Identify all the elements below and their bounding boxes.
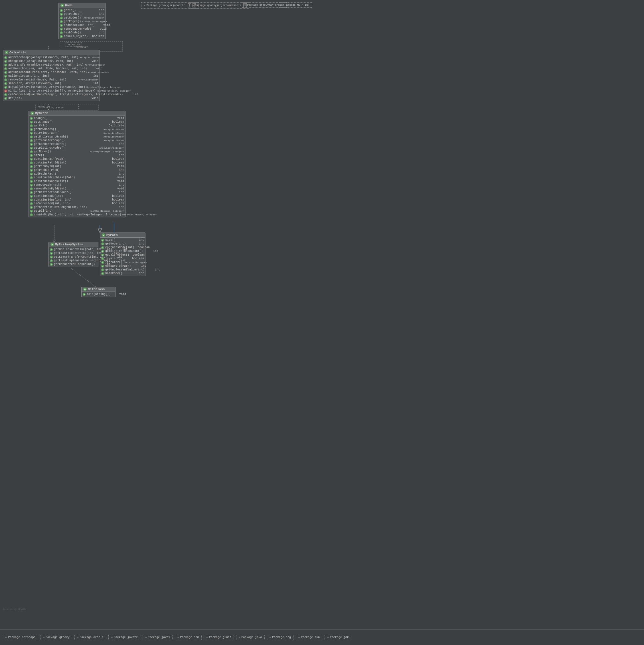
table-row: w getLeastTicketPrice(int, int) int xyxy=(49,251,98,255)
package-org[interactable]: ⊞ Package org xyxy=(267,635,293,640)
vis-icon: w xyxy=(30,143,33,146)
mygraph-class-body: w change() void w getChange() boolean w … xyxy=(29,116,125,217)
package-com[interactable]: ⊞ Package com xyxy=(175,635,201,640)
package-jdk[interactable]: ⊞ Package jdk xyxy=(325,635,351,640)
table-row: w getPathId(Path) int xyxy=(29,168,125,172)
vis-icon: w xyxy=(30,121,33,124)
mainclass-class-body: w main(String[]) void xyxy=(81,292,115,297)
vis-icon: w xyxy=(50,259,53,262)
table-row: w containsEdge(int, int) boolean xyxy=(29,198,125,202)
package-javafx[interactable]: ⊞ Package javafx xyxy=(109,635,140,640)
table-row: w getPathById(int) Path xyxy=(29,165,125,168)
vis-icon: w xyxy=(4,89,7,92)
node-class-body: w getId() int w getPathId() int w getNod… xyxy=(59,8,105,39)
vis-icon: w xyxy=(50,252,53,255)
table-row: w changeThis(ArrayList<Node>, Path, int)… xyxy=(3,59,99,63)
table-row: w remove(ArrayList<Node>, Path, int) Arr… xyxy=(3,78,99,81)
package-org-icon: ⊞ xyxy=(269,636,271,639)
package-junit[interactable]: ⊞ Package junit xyxy=(204,635,234,640)
table-row: w getConnectedBlockCount() int xyxy=(49,262,98,266)
calculate-class-icon: W xyxy=(5,51,8,54)
package-javafx-label: Package javafx xyxy=(114,636,138,639)
package-icon: ⊞ xyxy=(282,3,283,7)
package-label: Package groovyjarjarasim xyxy=(247,4,284,7)
vis-icon: w xyxy=(60,28,63,30)
table-row: w equals(Object) boolean xyxy=(59,34,105,38)
package-label: Package groovyjarjarcommonscli xyxy=(195,4,241,7)
table-row: w getNode(int) int xyxy=(100,242,145,246)
table-row: w dijCal(ArrayList<Node>, ArrayList<Node… xyxy=(3,85,99,89)
table-row: w removeNode(Node) void xyxy=(59,27,105,31)
vis-icon: w xyxy=(4,60,7,63)
vis-icon: w xyxy=(30,125,33,127)
package-com-label: Package com xyxy=(180,636,199,639)
table-row: w addPriceGraph(ArrayList<Node>, Path, i… xyxy=(3,56,99,59)
package-java-icon: ⊞ xyxy=(239,636,240,639)
package-oracle[interactable]: ⊞ Package oracle xyxy=(74,635,106,640)
mainclass-class-icon: W xyxy=(83,287,87,291)
mygraph-class-header: W MyGraph xyxy=(29,111,125,116)
package-junit-icon: ⊞ xyxy=(207,636,208,639)
package-com-icon: ⊞ xyxy=(177,636,179,639)
mypath-class-header: W MyPath xyxy=(100,233,145,238)
package-java[interactable]: ⊞ Package java xyxy=(236,635,264,640)
vis-icon: w xyxy=(30,117,33,120)
package-label: Package groovyjarjarantlr xyxy=(146,4,185,7)
vis-icon: w xyxy=(4,82,7,85)
package-meta-inf: ⊞ Package META-INF xyxy=(279,2,312,8)
table-row: w getDistinctNodes() ArrayList<Integer> xyxy=(29,146,125,150)
mygraph-class-title: MyGraph xyxy=(35,112,48,115)
vis-icon: w xyxy=(83,293,85,296)
vis-icon: w xyxy=(60,31,63,34)
table-row: w getConnectedCount() int xyxy=(29,142,125,146)
vis-icon: w xyxy=(4,56,7,59)
table-row: w addPath(Path) int xyxy=(29,172,125,176)
vis-icon: w xyxy=(60,17,63,19)
vis-icon: w xyxy=(101,272,104,275)
vis-icon: w xyxy=(60,24,63,27)
package-sun-label: Package sun xyxy=(301,636,320,639)
vis-icon: w xyxy=(50,263,53,266)
table-row: w containsPath(Path) boolean xyxy=(29,157,125,161)
package-org-label: Package org xyxy=(272,636,291,639)
vis-icon: w xyxy=(101,268,104,271)
package-jdk-label: Package jdk xyxy=(330,636,349,639)
table-row: w getDij(int) HashMap<Integer, Integer> xyxy=(29,209,125,213)
table-row: w getChange() boolean xyxy=(29,120,125,124)
package-groovy-label: Package groovy xyxy=(46,636,69,639)
vis-icon: w xyxy=(4,67,7,70)
table-row: w size() int xyxy=(100,238,145,242)
table-row: w addNode(Node, int) void xyxy=(59,23,105,27)
vis-icon: w xyxy=(4,97,7,100)
package-sun[interactable]: ⊞ Package sun xyxy=(296,635,322,640)
myrailwaysystem-class-title: MyRailwaySystem xyxy=(55,243,83,246)
creates-label-1: «create» xyxy=(65,42,82,47)
myrailwaysystem-class-header: W MyRailwaySystem xyxy=(49,242,98,247)
vis-icon: w xyxy=(4,78,7,81)
table-row: w getLeastTransferCount(int, int) int xyxy=(49,255,98,259)
package-javax[interactable]: ⊞ Package javax xyxy=(143,635,173,640)
vis-icon: w xyxy=(30,206,33,209)
node-class-icon: W xyxy=(60,4,64,7)
vis-icon: w xyxy=(4,75,7,77)
table-row: w getNewNodes() ArrayList<Node> xyxy=(29,128,125,131)
vis-icon: w xyxy=(30,162,33,164)
package-icon: ⊞ xyxy=(244,3,246,7)
vis-icon: w xyxy=(30,187,33,190)
package-jdk-icon: ⊞ xyxy=(327,636,329,639)
vis-icon: w xyxy=(4,86,7,89)
table-row: w getUnpleasantValue(int) int xyxy=(100,268,145,271)
node-class: W Node w getId() int w getPathId() int w… xyxy=(58,3,105,39)
package-netscape[interactable]: ⊞ Package netscape xyxy=(3,635,38,640)
table-row: w getShortestPathLength(int, int) int xyxy=(29,205,125,209)
table-row: w createDijMap(int[], int, HashMap<Integ… xyxy=(29,213,125,217)
vis-icon: w xyxy=(30,210,33,213)
table-row: w minDij(int, int, ArrayList<int[]>, Arr… xyxy=(3,89,99,93)
table-row: w getLeastUnpleasantValue(int, int) int xyxy=(49,259,98,262)
package-netscape-icon: ⊞ xyxy=(5,636,7,639)
package-groovy[interactable]: ⊞ Package groovy xyxy=(40,635,72,640)
table-row: w same(int, ArrayList<Node>, int) int xyxy=(3,81,99,85)
vis-icon: w xyxy=(101,239,104,242)
table-row: w getPriceGraph() ArrayList<Node> xyxy=(29,131,125,135)
table-row: w change() void xyxy=(29,117,125,120)
